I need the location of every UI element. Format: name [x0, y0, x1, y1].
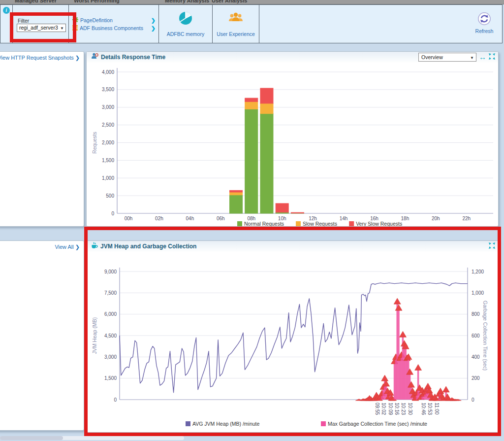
svg-text:Requests: Requests — [92, 132, 97, 153]
maximize-icon[interactable] — [489, 242, 495, 251]
chevron-down-icon: ▼ — [60, 25, 64, 32]
refresh-icon — [477, 12, 491, 26]
svg-text:10:30: 10:30 — [408, 403, 413, 415]
svg-text:7,500: 7,500 — [104, 290, 117, 296]
svg-text:0: 0 — [111, 211, 114, 216]
dashboard-page: Managed Server Worst Performing Memory A… — [0, 0, 504, 441]
details-response-time-title: Details Response Time — [101, 54, 165, 61]
filter-section: Filter regi_adf_server3 ▼ — [13, 5, 69, 43]
svg-text:0: 0 — [472, 397, 474, 403]
svg-text:400: 400 — [472, 354, 480, 360]
user-experience-label: User Experience — [213, 31, 259, 37]
svg-text:00h: 00h — [125, 216, 133, 221]
strip-label-managed-server: Managed Server — [15, 0, 57, 3]
svg-text:AVG JVM Heap (MB) /minute: AVG JVM Heap (MB) /minute — [192, 421, 260, 427]
overview-dropdown-value: Overview — [421, 54, 443, 60]
horizontal-scrollbar-track[interactable] — [0, 436, 184, 440]
svg-text:0: 0 — [114, 397, 117, 403]
svg-text:Very Slow Requests: Very Slow Requests — [356, 221, 402, 227]
svg-text:1,500: 1,500 — [104, 375, 117, 381]
overview-dropdown[interactable]: Overview ▼ — [418, 53, 476, 62]
svg-text:1,500: 1,500 — [102, 158, 114, 163]
pagedefinition-link[interactable]: PageDefintion — [80, 17, 149, 23]
list-icon — [72, 25, 78, 31]
svg-text:10:09: 10:09 — [388, 403, 393, 415]
svg-text:Normal Requests: Normal Requests — [244, 221, 284, 227]
view-all-link[interactable]: View All ❯ — [55, 244, 80, 250]
svg-text:Garbage Collection Time (sec): Garbage Collection Time (sec) — [482, 301, 488, 371]
chevron-right-icon[interactable]: ❯ — [151, 17, 156, 24]
swap-axes-icon[interactable]: ↔ — [479, 54, 486, 61]
adfbc-memory-button[interactable]: ADFBC memory — [159, 5, 213, 43]
svg-text:11:00: 11:00 — [434, 403, 440, 415]
svg-text:10:46: 10:46 — [421, 403, 426, 415]
svg-text:600: 600 — [472, 333, 480, 339]
strip-label-worst-performing: Worst Performing — [74, 0, 120, 3]
user-experience-button[interactable]: User Experience — [213, 5, 259, 43]
svg-text:3,000: 3,000 — [102, 104, 114, 110]
svg-text:Max Garbage Collection Time (s: Max Garbage Collection Time (sec) /minut… — [328, 421, 427, 427]
svg-text:500: 500 — [106, 193, 114, 199]
chevron-down-icon: ▼ — [470, 54, 474, 62]
person-monitor-icon — [91, 53, 98, 62]
details-response-time-panel: Details Response Time Overview ▼ ↔ 05001… — [86, 51, 499, 227]
svg-text:10:53: 10:53 — [427, 403, 433, 415]
worst-performing-section: PageDefintion ❯ ADF Business Components … — [69, 5, 159, 43]
toolbar-spacer: Refresh — [259, 5, 502, 43]
gear-icon — [72, 16, 78, 25]
svg-text:02h: 02h — [155, 216, 163, 221]
view-http-request-snapshots-link[interactable]: View HTTP Request Snapshots ❯ — [0, 55, 80, 61]
svg-text:4,000: 4,000 — [102, 69, 114, 75]
filter-dropdown[interactable]: regi_adf_server3 ▼ — [17, 24, 66, 32]
toolbar: i Filter regi_adf_server3 ▼ PageDefintio… — [0, 4, 503, 43]
jvm-heap-header: JVM Heap and Garbage Collection — [87, 241, 498, 252]
svg-text:800: 800 — [472, 311, 480, 317]
svg-text:4,500: 4,500 — [104, 333, 117, 339]
refresh-label: Refresh — [473, 28, 495, 34]
svg-text:14h: 14h — [340, 216, 348, 221]
svg-text:10:02: 10:02 — [381, 403, 386, 415]
svg-text:10:16: 10:16 — [394, 403, 400, 415]
svg-text:09:55: 09:55 — [375, 403, 380, 415]
svg-text:200: 200 — [472, 375, 480, 381]
response-time-chart: 05001,0001,5002,0002,5003,0003,5004,0000… — [90, 63, 495, 227]
svg-text:6,000: 6,000 — [104, 311, 117, 317]
filter-dropdown-value: regi_adf_server3 — [19, 25, 58, 31]
svg-text:3,000: 3,000 — [104, 354, 117, 360]
strip-label-memory-analysis: Memory Analysis — [165, 0, 209, 3]
users-icon — [227, 10, 244, 27]
svg-text:1,200: 1,200 — [472, 269, 484, 274]
svg-text:20h: 20h — [432, 216, 440, 221]
adf-business-components-link[interactable]: ADF Business Components — [80, 25, 149, 31]
svg-text:JVM Heap (MB): JVM Heap (MB) — [92, 317, 97, 354]
pie-chart-icon — [178, 10, 193, 28]
svg-text:1,000: 1,000 — [102, 175, 114, 181]
java-cup-icon — [91, 242, 98, 251]
svg-text:9,000: 9,000 — [104, 269, 117, 274]
svg-text:06h: 06h — [217, 216, 225, 221]
filter-label: Filter — [18, 18, 29, 24]
jvm-heap-panel: JVM Heap and Garbage Collection 01,5003,… — [86, 240, 499, 433]
jvm-heap-title: JVM Heap and Garbage Collection — [100, 243, 196, 250]
maximize-icon[interactable] — [489, 53, 495, 62]
svg-text:2,500: 2,500 — [102, 122, 114, 128]
svg-text:Slow Requests: Slow Requests — [303, 221, 337, 227]
svg-text:3,500: 3,500 — [102, 87, 114, 92]
toolbar-info-column: i — [0, 5, 13, 43]
http-snapshots-panel: View HTTP Request Snapshots ❯ — [0, 51, 84, 227]
svg-text:10:23: 10:23 — [401, 403, 406, 415]
info-icon[interactable]: i — [3, 7, 10, 14]
adfbc-memory-label: ADFBC memory — [159, 31, 212, 37]
jvm-heap-chart: 01,5003,0004,5006,0007,5009,000020040060… — [90, 252, 495, 432]
refresh-button[interactable]: Refresh — [473, 12, 495, 34]
strip-label-user-analysis: User Analysis — [212, 0, 247, 3]
svg-text:1,000: 1,000 — [472, 290, 484, 296]
top-header-strip: Managed Server Worst Performing Memory A… — [0, 0, 504, 4]
svg-text:04h: 04h — [186, 216, 194, 221]
view-all-panel: View All ❯ — [0, 240, 84, 431]
details-response-time-header: Details Response Time Overview ▼ ↔ — [87, 52, 498, 63]
chevron-right-icon[interactable]: ❯ — [151, 25, 156, 32]
horizontal-scrollbar-thumb[interactable] — [0, 436, 63, 440]
svg-text:2,000: 2,000 — [102, 140, 114, 145]
svg-text:22h: 22h — [462, 216, 471, 221]
